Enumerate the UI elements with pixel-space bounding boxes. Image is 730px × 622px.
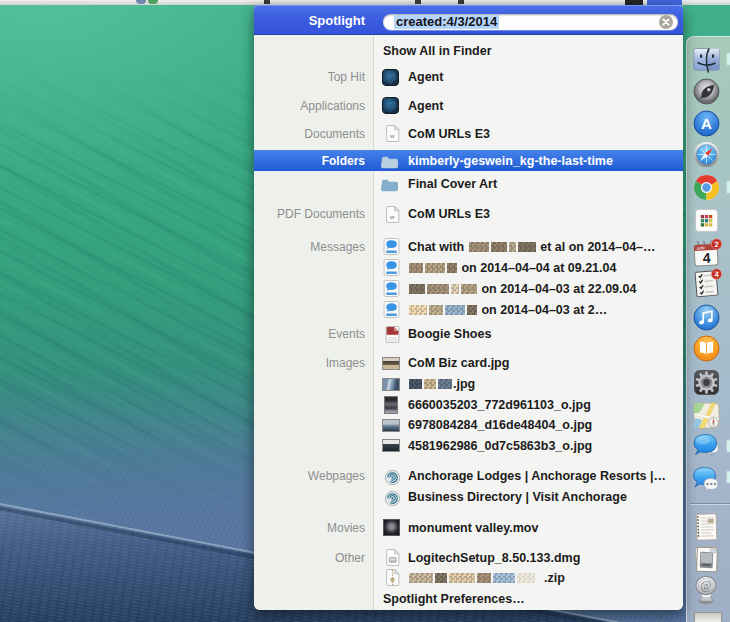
- svg-text:4: 4: [702, 249, 711, 265]
- svg-text:@: @: [699, 578, 712, 593]
- svg-text:A: A: [701, 115, 712, 132]
- svg-text:w: w: [389, 133, 395, 139]
- svg-text:2: 2: [714, 239, 718, 248]
- svg-text:w: w: [389, 214, 395, 220]
